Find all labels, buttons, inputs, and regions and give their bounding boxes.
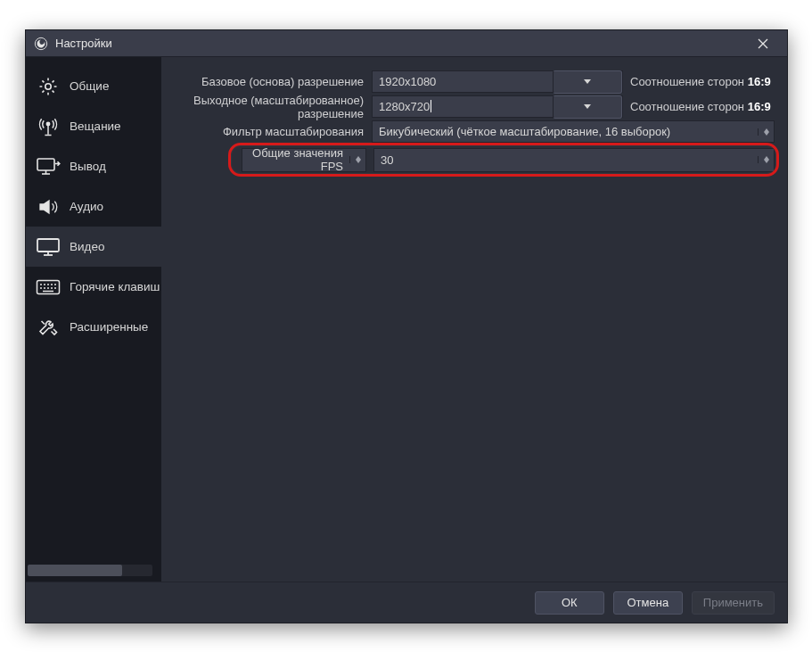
aspect-ratio-output: Соотношение сторон 16:9 xyxy=(630,100,771,113)
settings-window: Настройки Общие Вещание xyxy=(25,29,788,623)
sidebar-item-label: Расширенные xyxy=(70,320,148,334)
aspect-ratio-label: Соотношение сторон xyxy=(630,75,744,88)
fps-value-combo[interactable]: 30 xyxy=(373,148,775,172)
close-button[interactable] xyxy=(744,31,782,56)
speaker-icon xyxy=(35,194,62,220)
aspect-ratio-value: 16:9 xyxy=(748,100,771,113)
aspect-ratio-base: Соотношение сторон 16:9 xyxy=(630,75,771,88)
main-panel: Базовое (основа) разрешение 1920x1080 Со… xyxy=(161,57,787,582)
row-output-resolution: Выходное (масштабированное) разрешение 1… xyxy=(161,95,775,119)
svg-point-2 xyxy=(46,122,49,125)
spin-buttons[interactable] xyxy=(758,128,774,136)
titlebar: Настройки xyxy=(26,30,787,57)
label-downscale-filter: Фильтр масштабирования xyxy=(161,125,372,138)
row-fps: Общие значения FPS 30 xyxy=(161,145,775,174)
output-icon xyxy=(35,153,62,180)
sidebar: Общие Вещание Вывод Аудио xyxy=(26,57,161,582)
antenna-icon xyxy=(35,113,62,140)
sidebar-item-label: Горячие клавиш xyxy=(70,280,160,293)
apply-button: Применить xyxy=(692,591,775,615)
sidebar-scrollbar[interactable] xyxy=(28,565,152,576)
chevron-down-icon[interactable] xyxy=(553,70,622,94)
window-title: Настройки xyxy=(55,37,744,50)
sidebar-item-audio[interactable]: Аудио xyxy=(26,186,161,227)
aspect-ratio-label: Соотношение сторон xyxy=(630,100,744,113)
svg-point-0 xyxy=(35,37,46,49)
close-icon xyxy=(758,38,768,49)
sidebar-item-label: Общие xyxy=(70,79,109,93)
fps-type-combo[interactable]: Общие значения FPS xyxy=(242,148,366,172)
fps-value: 30 xyxy=(374,153,758,167)
base-resolution-value: 1920x1080 xyxy=(373,75,553,88)
sidebar-item-label: Вывод xyxy=(70,160,106,173)
sidebar-item-advanced[interactable]: Расширенные xyxy=(26,307,161,347)
row-base-resolution: Базовое (основа) разрешение 1920x1080 Со… xyxy=(161,70,775,94)
ok-button[interactable]: ОК xyxy=(535,591,604,615)
gear-icon xyxy=(35,73,62,100)
label-output-resolution: Выходное (масштабированное) разрешение xyxy=(161,94,372,120)
spin-buttons[interactable] xyxy=(349,156,365,163)
downscale-filter-combo[interactable]: Бикубический (чёткое масштабирование, 16… xyxy=(372,120,775,143)
row-downscale-filter: Фильтр масштабирования Бикубический (чёт… xyxy=(161,120,775,144)
sidebar-item-label: Видео xyxy=(70,240,104,253)
sidebar-item-general[interactable]: Общие xyxy=(26,66,161,106)
sidebar-item-output[interactable]: Вывод xyxy=(26,146,161,186)
output-resolution-combo[interactable]: 1280x720 xyxy=(372,95,623,118)
downscale-filter-value: Бикубический (чёткое масштабирование, 16… xyxy=(373,125,758,138)
svg-rect-3 xyxy=(37,159,54,170)
chevron-down-icon[interactable] xyxy=(553,95,622,119)
monitor-icon xyxy=(35,234,62,260)
sidebar-item-stream[interactable]: Вещание xyxy=(26,106,161,146)
tools-icon xyxy=(35,314,62,341)
sidebar-item-video[interactable]: Видео xyxy=(26,227,161,267)
svg-rect-4 xyxy=(37,239,59,252)
sidebar-item-label: Аудио xyxy=(70,200,103,213)
sidebar-item-label: Вещание xyxy=(70,120,121,133)
spin-buttons[interactable] xyxy=(758,156,774,163)
keyboard-icon xyxy=(35,274,62,301)
cancel-button[interactable]: Отмена xyxy=(613,591,683,615)
scrollbar-thumb[interactable] xyxy=(28,565,122,576)
aspect-ratio-value: 16:9 xyxy=(748,75,771,88)
sidebar-item-hotkeys[interactable]: Горячие клавиш xyxy=(26,267,161,307)
base-resolution-combo[interactable]: 1920x1080 xyxy=(372,70,623,93)
label-base-resolution: Базовое (основа) разрешение xyxy=(161,75,372,88)
obs-icon xyxy=(33,36,49,52)
dialog-footer: ОК Отмена Применить xyxy=(26,582,787,623)
output-resolution-value: 1280x720 xyxy=(373,100,553,113)
svg-point-1 xyxy=(45,83,51,88)
fps-type-value: Общие значения FPS xyxy=(242,146,349,173)
